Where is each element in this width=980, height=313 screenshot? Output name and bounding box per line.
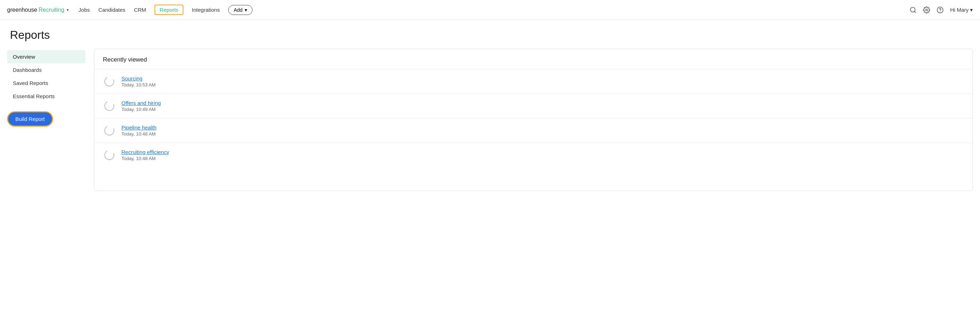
report-icon-2 <box>103 124 116 137</box>
report-info-2: Pipeline health Today, 10:48 AM <box>121 125 156 137</box>
add-button-label: Add <box>234 7 242 13</box>
report-name-0[interactable]: Sourcing <box>121 76 156 81</box>
main-layout: Overview Dashboards Saved Reports Essent… <box>0 49 980 191</box>
content-area: Recently viewed Sourcing Today, 10:53 AM… <box>94 49 973 191</box>
nav-crm[interactable]: CRM <box>134 5 146 14</box>
report-info-3: Recruiting efficiency Today, 10:48 AM <box>121 149 169 161</box>
report-info-0: Sourcing Today, 10:53 AM <box>121 76 156 87</box>
settings-button[interactable] <box>923 6 930 14</box>
page-container: Reports Overview Dashboards Saved Report… <box>0 20 980 191</box>
user-menu[interactable]: Hi Mary ▾ <box>950 7 973 13</box>
report-time-3: Today, 10:48 AM <box>121 156 169 161</box>
add-button[interactable]: Add ▾ <box>228 5 253 15</box>
arc-icon-1 <box>103 100 116 112</box>
arc-icon-0 <box>103 75 116 88</box>
report-item-1: Offers and hiring Today, 10:49 AM <box>94 94 972 119</box>
svg-line-1 <box>915 11 916 13</box>
nav-right-controls: Hi Mary ▾ <box>910 6 973 14</box>
report-time-1: Today, 10:49 AM <box>121 107 161 112</box>
report-time-0: Today, 10:53 AM <box>121 82 156 87</box>
sidebar-item-overview[interactable]: Overview <box>7 50 86 63</box>
brand-name-plain: greenhouse <box>7 7 37 13</box>
report-name-3[interactable]: Recruiting efficiency <box>121 149 169 155</box>
brand-logo[interactable]: greenhouse Recruiting ▾ <box>7 7 69 13</box>
help-icon <box>937 6 944 14</box>
report-item: Sourcing Today, 10:53 AM <box>94 70 972 94</box>
report-icon-0 <box>103 75 116 88</box>
sidebar-item-essential-reports[interactable]: Essential Reports <box>7 90 86 103</box>
report-name-2[interactable]: Pipeline health <box>121 125 156 131</box>
report-info-1: Offers and hiring Today, 10:49 AM <box>121 100 161 112</box>
arc-icon-3 <box>103 149 116 161</box>
help-button[interactable] <box>937 6 944 14</box>
sidebar-item-dashboards[interactable]: Dashboards <box>7 63 86 76</box>
build-report-button[interactable]: Build Report <box>7 111 53 126</box>
brand-chevron-icon: ▾ <box>67 8 69 13</box>
arc-icon-2 <box>103 124 116 137</box>
top-navigation: greenhouse Recruiting ▾ Jobs Candidates … <box>0 0 980 20</box>
report-icon-3 <box>103 149 116 161</box>
nav-reports[interactable]: Reports <box>154 5 183 15</box>
svg-point-2 <box>926 9 928 11</box>
nav-candidates[interactable]: Candidates <box>98 5 125 14</box>
recently-viewed-header: Recently viewed <box>94 49 972 70</box>
nav-jobs[interactable]: Jobs <box>79 5 90 14</box>
report-item-2: Pipeline health Today, 10:48 AM <box>94 119 972 143</box>
nav-integrations[interactable]: Integrations <box>192 5 220 14</box>
brand-name-green: Recruiting <box>39 7 64 13</box>
report-name-1[interactable]: Offers and hiring <box>121 100 161 106</box>
report-icon-1 <box>103 100 116 112</box>
search-button[interactable] <box>910 6 916 14</box>
search-icon <box>910 6 916 14</box>
report-time-2: Today, 10:48 AM <box>121 131 156 137</box>
user-chevron-icon: ▾ <box>970 7 973 13</box>
gear-icon <box>923 6 930 14</box>
report-item-3: Recruiting efficiency Today, 10:48 AM <box>94 143 972 167</box>
nav-links: Jobs Candidates CRM Reports Integrations… <box>79 5 900 15</box>
page-title: Reports <box>0 20 980 49</box>
sidebar-item-saved-reports[interactable]: Saved Reports <box>7 76 86 90</box>
user-greeting: Hi Mary <box>950 7 969 13</box>
sidebar: Overview Dashboards Saved Reports Essent… <box>7 49 86 191</box>
add-chevron-icon: ▾ <box>245 7 247 13</box>
